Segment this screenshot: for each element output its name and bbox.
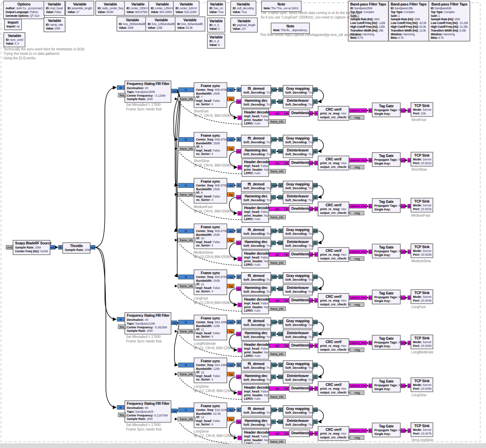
tcp-sink-block[interactable]: TCP Sink Mode: Server Port: 20.001k (411, 152, 433, 167)
note-frame-sync[interactable]: NoteNote: The "Fra...ure at 1MHz. (261, 1, 302, 12)
header-decoder-out-port[interactable]: out (269, 111, 285, 116)
tag-gate-block[interactable]: Tag Gate Propagate Tags: No Single Key: (372, 335, 401, 350)
soapy-cmd-port[interactable]: cmd (6, 245, 13, 250)
header-decoder-in-port[interactable]: in (238, 116, 242, 120)
frame-sync-frame-info-port[interactable]: frame_info (178, 238, 195, 242)
dewhitening-out-port[interactable]: out (309, 252, 313, 257)
crc-verif-block[interactable]: CRC verif print_rx_msg: Hex output_crc_c… (318, 338, 349, 353)
soapy-bladerf-source-block[interactable]: Soapy BladeRF Source Sample Rate: 20M Ce… (13, 240, 50, 255)
fir-freq-port[interactable]: freq (118, 93, 126, 97)
header-decoder-frame-info-port[interactable]: frame_info (268, 119, 286, 124)
gray-mapping-block[interactable]: Gray mapping Soft_Decoding: True (283, 181, 313, 192)
header-decoder-block[interactable]: Header decoder Impl_head: False print_he… (242, 109, 269, 127)
frame-sync-block[interactable]: Frame sync Center_freq: 906.875M Bandwid… (194, 132, 227, 158)
frame-sync-in-port[interactable]: in (178, 320, 194, 325)
frame-sync-frame-info-port[interactable]: frame_info (178, 329, 195, 334)
dewhitening-in-port[interactable]: in (285, 161, 289, 165)
gray-mapping-block[interactable]: Gray mapping Soft_Decoding: True (283, 135, 313, 146)
dewhitening-block[interactable]: Dewhitening (289, 342, 310, 349)
tcp-sink-block[interactable]: TCP Sink Mode: Server Port: 20.005k (411, 335, 433, 349)
fir-freq-port[interactable]: freq (118, 413, 126, 417)
gray-mapping-in-port[interactable]: in (278, 183, 283, 187)
gray-mapping-block[interactable]: Gray mapping Soft_Decoding: True (283, 360, 313, 372)
gray-mapping-out-port[interactable]: out (313, 408, 318, 412)
dewhitening-in-port[interactable]: in (285, 298, 289, 303)
tag-gate-in-port[interactable]: in (368, 295, 372, 300)
frame-sync-in-port[interactable]: in (178, 183, 194, 188)
tag-gate-in-port[interactable]: in (368, 384, 372, 388)
frame-sync-in-port[interactable]: in (178, 87, 194, 92)
hamming-dec-out-port[interactable]: out (236, 332, 241, 336)
hamming-dec-in-port[interactable]: in (271, 287, 276, 291)
frame-sync-in-port[interactable]: in (178, 137, 194, 142)
crc-verif-block[interactable]: CRC verif print_rx_msg: Hex output_crc_c… (318, 247, 349, 262)
deinterleaver-block[interactable]: Deinterleaver Soft_Decoding: True (283, 147, 313, 158)
variable-center-125khz[interactable]: VariableID: center_125KHzValue: 904.438M (148, 1, 176, 16)
deinterleaver-in-port[interactable]: in (313, 241, 318, 245)
crc-payload-char-port[interactable]: payload_char (349, 295, 367, 300)
gray-mapping-in-port[interactable]: in (278, 320, 283, 324)
throttle-out-port[interactable]: out (90, 245, 95, 250)
tcp-sink-in-port[interactable]: in (408, 250, 411, 254)
header-decoder-out-port[interactable]: out (269, 207, 285, 211)
bandpass-62k-taps[interactable]: Band-pass Filter TapsID: bandpass62kTap … (428, 1, 470, 41)
hamming-dec-out-port[interactable]: out (236, 420, 241, 424)
dewhitening-block[interactable]: Dewhitening (289, 429, 310, 437)
tag-gate-out-port[interactable]: out (401, 295, 405, 300)
frame-sync-block[interactable]: Frame sync Center_freq: 906.875M Bandwid… (194, 223, 227, 249)
header-decoder-out-port[interactable]: out (269, 431, 285, 436)
hamming-dec-block[interactable]: Hamming dec Soft_Decoding: True (241, 193, 271, 204)
gray-mapping-out-port[interactable]: out (313, 363, 318, 367)
header-decoder-out-port[interactable]: out (269, 161, 285, 165)
horizontal-scrollbar[interactable] (0, 444, 486, 448)
dewhitening-out-port[interactable]: out (309, 386, 313, 391)
gray-mapping-block[interactable]: Gray mapping Soft_Decoding: True (283, 405, 313, 416)
fft-demod-out-port[interactable]: out (271, 275, 277, 279)
hamming-dec-in-port[interactable]: in (271, 241, 276, 245)
crc-verif-in-port[interactable]: in (314, 386, 318, 391)
tag-gate-block[interactable]: Tag Gate Propagate Tags: No Single Key: (372, 152, 401, 167)
header-decoder-block[interactable]: Header decoder Impl_head: False print_he… (242, 296, 269, 314)
header-decoder-frame-info-port[interactable]: frame_info (268, 261, 286, 265)
dewhitening-block[interactable]: Dewhitening (289, 205, 310, 213)
gray-mapping-block[interactable]: Gray mapping Soft_Decoding: True (283, 317, 313, 329)
tcp-sink-in-port[interactable]: in (408, 108, 411, 113)
variable-cr-5[interactable]: VariableID: cr_5Value: 5 (207, 17, 225, 33)
tcp-sink-block[interactable]: TCP Sink Mode: Server Port: 20.007k (411, 422, 433, 437)
deinterleaver-out-port[interactable]: out (278, 287, 283, 291)
fft-demod-block[interactable]: fft_demod Soft_Decoding: True (241, 135, 271, 146)
hamming-dec-block[interactable]: Hamming dec Soft_Decoding: True (241, 417, 271, 428)
header-decoder-frame-info-port[interactable]: frame_info (268, 306, 286, 311)
dewhitening-in-port[interactable]: in (285, 386, 289, 391)
hamming-dec-in-port[interactable]: in (271, 332, 276, 336)
frame-sync-log-port[interactable]: log (227, 372, 234, 376)
hamming-dec-out-port[interactable]: out (236, 149, 241, 154)
options-block[interactable]: OptionsAuthor: Josh Co...yLinuxUser)Outp… (3, 1, 45, 19)
tag-gate-out-port[interactable]: out (401, 108, 405, 113)
gray-mapping-in-port[interactable]: in (278, 275, 283, 279)
crc-msg-port[interactable]: msg (350, 348, 364, 352)
dewhitening-block[interactable]: Dewhitening (289, 385, 310, 392)
fft-demod-out-port[interactable]: out (271, 363, 277, 367)
tag-gate-block[interactable]: Tag Gate Propagate Tags: No Single Key: (372, 378, 401, 392)
hamming-dec-in-port[interactable]: in (271, 99, 276, 104)
deinterleaver-in-port[interactable]: in (313, 332, 318, 336)
hamming-dec-in-port[interactable]: in (271, 375, 276, 379)
gray-mapping-out-port[interactable]: out (313, 183, 318, 187)
hamming-dec-block[interactable]: Hamming dec Soft_Decoding: True (241, 97, 271, 108)
tcp-sink-in-port[interactable]: in (408, 295, 411, 300)
header-decoder-out-port[interactable]: out (269, 298, 285, 303)
fir-in-port[interactable]: in (117, 405, 124, 410)
hamming-dec-block[interactable]: Hamming dec Soft_Decoding: True (241, 329, 271, 341)
hamming-dec-out-port[interactable]: out (236, 241, 241, 245)
hamming-dec-block[interactable]: Hamming dec Soft_Decoding: True (241, 284, 271, 295)
frame-sync-in-port[interactable]: in (178, 229, 194, 233)
header-decoder-frame-info-port[interactable]: frame_info (268, 169, 286, 173)
gray-mapping-out-port[interactable]: out (313, 320, 318, 324)
dewhitening-out-port[interactable]: out (309, 207, 313, 211)
variable-radio-center-freq[interactable]: VariableID: radio_center_freqValue: 910M (95, 1, 125, 16)
header-decoder-block[interactable]: Header decoder Impl_head: False print_he… (242, 250, 269, 268)
deinterleaver-block[interactable]: Deinterleaver Soft_Decoding: True (283, 193, 313, 204)
tag-gate-block[interactable]: Tag Gate Propagate Tags: No Single Key: (372, 198, 401, 213)
gray-mapping-in-port[interactable]: in (278, 363, 283, 367)
